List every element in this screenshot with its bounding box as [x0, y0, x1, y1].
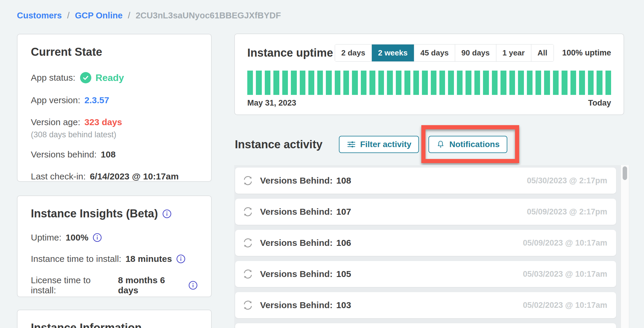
instance-insights-title: Instance Insights (Beta)	[31, 207, 158, 220]
tab-all[interactable]: All	[531, 44, 554, 61]
tab-2-days[interactable]: 2 days	[335, 44, 372, 61]
uptime-bar	[535, 71, 541, 95]
last-checkin-value: 6/14/2023 @ 10:17am	[90, 171, 178, 181]
instance-install-label: Instance time to install:	[31, 254, 121, 264]
uptime-insight-value: 100%	[66, 233, 88, 243]
instance-install-value: 18 minutes	[125, 254, 172, 264]
activity-row-timestamp: 05/09/2023 @ 2:17pm	[527, 207, 607, 216]
uptime-bar	[396, 71, 401, 95]
activity-row-partial[interactable]	[235, 323, 616, 328]
instance-insights-card: Instance Insights (Beta) Uptime: 100% In…	[17, 195, 212, 297]
uptime-bar	[369, 71, 375, 95]
instance-uptime-title: Instance uptime	[247, 47, 333, 59]
instance-activity-list[interactable]: Versions Behind:10805/30/2023 @ 2:17pmVe…	[234, 165, 629, 328]
app-version-value[interactable]: 2.3.57	[85, 95, 109, 105]
uptime-bar	[352, 71, 358, 95]
uptime-bar	[588, 71, 594, 95]
uptime-bar	[413, 71, 419, 95]
instance-install-row: Instance time to install: 18 minutes	[31, 254, 198, 264]
activity-row-timestamp: 05/03/2023 @ 10:17am	[523, 270, 607, 279]
license-install-label: License time to install:	[31, 275, 114, 295]
license-install-value: 8 months 6 days	[118, 275, 184, 295]
uptime-bar	[474, 71, 480, 95]
versions-behind-label: Versions behind:	[31, 149, 97, 160]
sync-icon	[242, 174, 254, 187]
notifications-button[interactable]: Notifications	[428, 136, 507, 153]
sync-icon	[242, 237, 254, 249]
info-icon[interactable]	[176, 254, 186, 264]
uptime-bar	[343, 71, 349, 95]
uptime-bar	[300, 71, 305, 95]
uptime-bar	[605, 71, 611, 95]
app-status-row: App status: Ready	[31, 72, 198, 83]
uptime-bar	[509, 71, 515, 95]
activity-row[interactable]: Versions Behind:10705/09/2023 @ 2:17pm	[235, 199, 616, 225]
activity-row-label: Versions Behind:	[260, 300, 333, 310]
uptime-bar	[291, 71, 297, 95]
versions-behind-value: 108	[101, 149, 116, 160]
uptime-bar	[562, 71, 567, 95]
version-age-label: Version age:	[31, 117, 80, 127]
current-state-title: Current State	[31, 46, 198, 58]
activity-row[interactable]: Versions Behind:10305/02/2023 @ 10:17am	[235, 292, 616, 318]
uptime-bar	[527, 71, 533, 95]
tab-1-year[interactable]: 1 year	[496, 44, 531, 61]
breadcrumb-separator: /	[125, 11, 133, 20]
uptime-range-start-label: May 31, 2023	[247, 98, 296, 108]
app-version-row: App version: 2.3.57	[31, 95, 198, 105]
filter-sliders-icon	[347, 140, 356, 149]
activity-row-value: 106	[336, 238, 351, 248]
info-icon[interactable]	[93, 233, 102, 242]
info-icon[interactable]	[162, 209, 172, 219]
activity-row-timestamp: 05/02/2023 @ 10:17am	[523, 301, 607, 310]
tab-2-weeks[interactable]: 2 weeks	[372, 44, 414, 61]
uptime-bar	[308, 71, 314, 95]
uptime-bar	[326, 71, 331, 95]
instance-uptime-card: Instance uptime 2 days 2 weeks 45 days 9…	[234, 34, 624, 115]
uptime-insight-label: Uptime:	[31, 233, 61, 243]
uptime-bar	[544, 71, 550, 95]
app-status-label: App status:	[31, 73, 75, 83]
breadcrumb-link-customers[interactable]: Customers	[17, 11, 62, 20]
uptime-insight-row: Uptime: 100%	[31, 233, 198, 243]
uptime-bar	[265, 71, 270, 95]
breadcrumb-separator: /	[64, 11, 73, 20]
tab-45-days[interactable]: 45 days	[414, 44, 455, 61]
instance-information-title: Instance Information	[31, 321, 198, 328]
scrollbar-thumb[interactable]	[623, 166, 627, 180]
uptime-bar	[256, 71, 262, 95]
last-checkin-label: Last check-in:	[31, 171, 86, 181]
sync-icon	[242, 299, 254, 311]
uptime-bar	[431, 71, 436, 95]
uptime-bar	[282, 71, 288, 95]
tab-90-days[interactable]: 90 days	[455, 44, 496, 61]
activity-row[interactable]: Versions Behind:10605/09/2023 @ 10:17am	[235, 230, 616, 256]
uptime-bar	[483, 71, 489, 95]
breadcrumb-link-customer[interactable]: GCP Online	[75, 11, 123, 20]
uptime-range-end-label: Today	[588, 98, 611, 108]
activity-row[interactable]: Versions Behind:10805/30/2023 @ 2:17pm	[235, 168, 616, 194]
uptime-bar-chart	[247, 71, 611, 95]
activity-row-value: 108	[336, 176, 351, 186]
info-icon[interactable]	[188, 281, 198, 290]
uptime-summary: 100% uptime	[562, 48, 611, 58]
uptime-bar	[378, 71, 384, 95]
uptime-bar	[466, 71, 471, 95]
uptime-bar	[361, 71, 366, 95]
uptime-bar	[553, 71, 559, 95]
activity-row-timestamp: 05/09/2023 @ 10:17am	[523, 238, 607, 248]
bell-icon	[436, 140, 445, 149]
activity-row[interactable]: Versions Behind:10505/03/2023 @ 10:17am	[235, 261, 616, 287]
current-state-card: Current State App status: Ready App vers…	[17, 34, 212, 182]
app-status-value: Ready	[95, 72, 124, 83]
notifications-label: Notifications	[449, 140, 500, 149]
sync-icon	[242, 268, 254, 280]
uptime-bar	[518, 71, 524, 95]
uptime-bar	[422, 71, 428, 95]
filter-activity-label: Filter activity	[360, 140, 412, 149]
filter-activity-button[interactable]: Filter activity	[339, 136, 419, 153]
ready-check-icon	[80, 72, 91, 83]
scrollbar-track[interactable]	[621, 165, 629, 328]
uptime-bar	[273, 71, 279, 95]
activity-row-timestamp: 05/30/2023 @ 2:17pm	[527, 176, 607, 185]
